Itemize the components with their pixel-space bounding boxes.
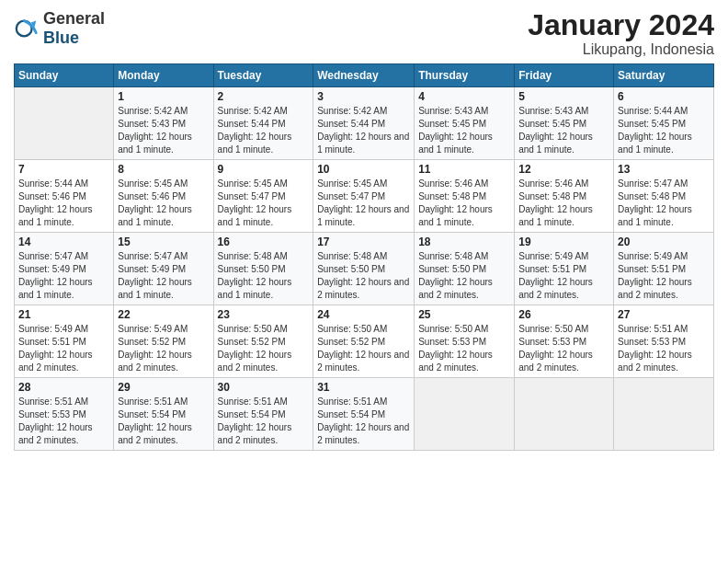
logo: General Blue — [14, 9, 105, 48]
col-saturday: Saturday — [614, 64, 714, 87]
calendar-cell: 2 Sunrise: 5:42 AMSunset: 5:44 PMDayligh… — [213, 87, 313, 160]
day-info: Sunrise: 5:42 AMSunset: 5:44 PMDaylight:… — [317, 105, 410, 156]
calendar-cell — [515, 378, 614, 451]
day-info: Sunrise: 5:50 AMSunset: 5:53 PMDaylight:… — [418, 323, 510, 374]
day-info: Sunrise: 5:45 AMSunset: 5:47 PMDaylight:… — [317, 178, 410, 229]
header-row: Sunday Monday Tuesday Wednesday Thursday… — [15, 64, 714, 87]
day-info: Sunrise: 5:48 AMSunset: 5:50 PMDaylight:… — [418, 250, 510, 302]
day-number: 23 — [218, 308, 310, 321]
day-info: Sunrise: 5:51 AMSunset: 5:54 PMDaylight:… — [317, 396, 410, 447]
day-number: 19 — [518, 236, 609, 248]
day-info: Sunrise: 5:47 AMSunset: 5:48 PMDaylight:… — [618, 178, 710, 229]
day-info: Sunrise: 5:49 AMSunset: 5:51 PMDaylight:… — [518, 250, 609, 302]
col-tuesday: Tuesday — [213, 64, 313, 87]
calendar-cell: 25 Sunrise: 5:50 AMSunset: 5:53 PMDaylig… — [415, 305, 515, 378]
day-number: 30 — [218, 381, 310, 394]
day-info: Sunrise: 5:51 AMSunset: 5:53 PMDaylight:… — [18, 396, 109, 447]
day-number: 18 — [418, 236, 510, 248]
col-thursday: Thursday — [415, 64, 515, 87]
day-number: 4 — [418, 90, 510, 103]
day-number: 31 — [317, 381, 410, 394]
day-info: Sunrise: 5:50 AMSunset: 5:52 PMDaylight:… — [317, 323, 410, 374]
col-sunday: Sunday — [15, 64, 114, 87]
day-info: Sunrise: 5:47 AMSunset: 5:49 PMDaylight:… — [18, 250, 109, 302]
calendar-cell: 20 Sunrise: 5:49 AMSunset: 5:51 PMDaylig… — [614, 233, 714, 305]
day-number: 27 — [618, 308, 710, 321]
week-row-3: 14 Sunrise: 5:47 AMSunset: 5:49 PMDaylig… — [15, 233, 714, 305]
calendar-table: Sunday Monday Tuesday Wednesday Thursday… — [14, 63, 714, 451]
day-info: Sunrise: 5:51 AMSunset: 5:53 PMDaylight:… — [618, 323, 710, 374]
calendar-cell: 29 Sunrise: 5:51 AMSunset: 5:54 PMDaylig… — [114, 378, 213, 451]
calendar-container: General Blue January 2024 Likupang, Indo… — [0, 0, 728, 460]
calendar-cell: 10 Sunrise: 5:45 AMSunset: 5:47 PMDaylig… — [313, 160, 415, 233]
logo-general: General — [43, 9, 105, 28]
day-number: 6 — [618, 90, 710, 103]
day-number: 28 — [18, 381, 109, 394]
calendar-cell — [614, 378, 714, 451]
day-number: 8 — [118, 163, 209, 176]
calendar-cell: 18 Sunrise: 5:48 AMSunset: 5:50 PMDaylig… — [415, 233, 515, 305]
calendar-cell: 8 Sunrise: 5:45 AMSunset: 5:46 PMDayligh… — [114, 160, 213, 233]
col-friday: Friday — [515, 64, 614, 87]
day-number: 5 — [518, 90, 609, 103]
day-info: Sunrise: 5:50 AMSunset: 5:53 PMDaylight:… — [518, 323, 609, 374]
calendar-cell: 5 Sunrise: 5:43 AMSunset: 5:45 PMDayligh… — [515, 87, 614, 160]
calendar-cell: 28 Sunrise: 5:51 AMSunset: 5:53 PMDaylig… — [15, 378, 114, 451]
day-number: 24 — [317, 308, 410, 321]
day-number: 1 — [118, 90, 209, 103]
day-info: Sunrise: 5:51 AMSunset: 5:54 PMDaylight:… — [218, 396, 310, 447]
calendar-cell: 17 Sunrise: 5:48 AMSunset: 5:50 PMDaylig… — [313, 233, 415, 305]
month-title: January 2024 — [528, 9, 714, 41]
day-info: Sunrise: 5:48 AMSunset: 5:50 PMDaylight:… — [218, 250, 310, 302]
day-number: 9 — [218, 163, 310, 176]
day-number: 16 — [218, 236, 310, 248]
logo-blue: Blue — [43, 29, 79, 47]
day-number: 20 — [618, 236, 710, 248]
calendar-cell: 15 Sunrise: 5:47 AMSunset: 5:49 PMDaylig… — [114, 233, 213, 305]
day-info: Sunrise: 5:43 AMSunset: 5:45 PMDaylight:… — [518, 105, 609, 156]
logo-icon — [14, 16, 40, 41]
calendar-cell: 1 Sunrise: 5:42 AMSunset: 5:43 PMDayligh… — [114, 87, 213, 160]
calendar-cell: 12 Sunrise: 5:46 AMSunset: 5:48 PMDaylig… — [515, 160, 614, 233]
day-number: 21 — [18, 308, 109, 321]
day-info: Sunrise: 5:42 AMSunset: 5:44 PMDaylight:… — [218, 105, 310, 156]
calendar-cell: 19 Sunrise: 5:49 AMSunset: 5:51 PMDaylig… — [515, 233, 614, 305]
day-info: Sunrise: 5:45 AMSunset: 5:47 PMDaylight:… — [218, 178, 310, 229]
day-number: 2 — [218, 90, 310, 103]
day-info: Sunrise: 5:48 AMSunset: 5:50 PMDaylight:… — [317, 250, 410, 302]
day-info: Sunrise: 5:44 AMSunset: 5:46 PMDaylight:… — [18, 178, 109, 229]
day-info: Sunrise: 5:43 AMSunset: 5:45 PMDaylight:… — [418, 105, 510, 156]
header: General Blue January 2024 Likupang, Indo… — [14, 9, 714, 58]
calendar-cell — [15, 87, 114, 160]
calendar-cell: 27 Sunrise: 5:51 AMSunset: 5:53 PMDaylig… — [614, 305, 714, 378]
day-number: 22 — [118, 308, 209, 321]
day-number: 12 — [518, 163, 609, 176]
calendar-cell: 31 Sunrise: 5:51 AMSunset: 5:54 PMDaylig… — [313, 378, 415, 451]
week-row-4: 21 Sunrise: 5:49 AMSunset: 5:51 PMDaylig… — [15, 305, 714, 378]
col-wednesday: Wednesday — [313, 64, 415, 87]
calendar-cell: 24 Sunrise: 5:50 AMSunset: 5:52 PMDaylig… — [313, 305, 415, 378]
calendar-cell: 21 Sunrise: 5:49 AMSunset: 5:51 PMDaylig… — [15, 305, 114, 378]
week-row-1: 1 Sunrise: 5:42 AMSunset: 5:43 PMDayligh… — [15, 87, 714, 160]
day-number: 13 — [618, 163, 710, 176]
calendar-cell: 7 Sunrise: 5:44 AMSunset: 5:46 PMDayligh… — [15, 160, 114, 233]
day-number: 26 — [518, 308, 609, 321]
week-row-5: 28 Sunrise: 5:51 AMSunset: 5:53 PMDaylig… — [15, 378, 714, 451]
calendar-cell: 22 Sunrise: 5:49 AMSunset: 5:52 PMDaylig… — [114, 305, 213, 378]
calendar-cell: 26 Sunrise: 5:50 AMSunset: 5:53 PMDaylig… — [515, 305, 614, 378]
calendar-cell: 13 Sunrise: 5:47 AMSunset: 5:48 PMDaylig… — [614, 160, 714, 233]
calendar-cell: 6 Sunrise: 5:44 AMSunset: 5:45 PMDayligh… — [614, 87, 714, 160]
col-monday: Monday — [114, 64, 213, 87]
day-number: 7 — [18, 163, 109, 176]
calendar-cell: 9 Sunrise: 5:45 AMSunset: 5:47 PMDayligh… — [213, 160, 313, 233]
calendar-cell: 30 Sunrise: 5:51 AMSunset: 5:54 PMDaylig… — [213, 378, 313, 451]
calendar-cell: 3 Sunrise: 5:42 AMSunset: 5:44 PMDayligh… — [313, 87, 415, 160]
day-info: Sunrise: 5:50 AMSunset: 5:52 PMDaylight:… — [218, 323, 310, 374]
day-number: 10 — [317, 163, 410, 176]
day-number: 17 — [317, 236, 410, 248]
day-info: Sunrise: 5:42 AMSunset: 5:43 PMDaylight:… — [118, 105, 209, 156]
day-info: Sunrise: 5:51 AMSunset: 5:54 PMDaylight:… — [118, 396, 209, 447]
day-info: Sunrise: 5:46 AMSunset: 5:48 PMDaylight:… — [418, 178, 510, 229]
day-number: 25 — [418, 308, 510, 321]
day-number: 29 — [118, 381, 209, 394]
